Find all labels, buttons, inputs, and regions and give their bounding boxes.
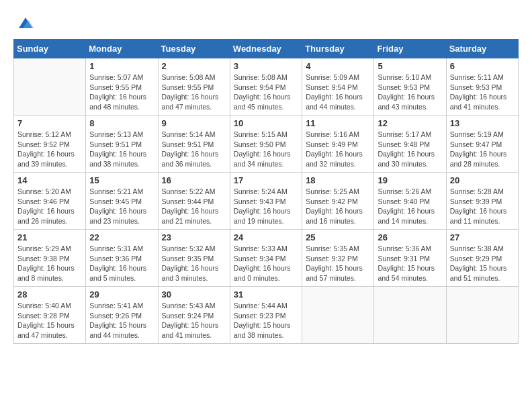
calendar-cell: 14Sunrise: 5:20 AM Sunset: 9:46 PM Dayli… [14,173,86,230]
calendar-cell: 3Sunrise: 5:08 AM Sunset: 9:54 PM Daylig… [230,58,302,116]
calendar-cell: 10Sunrise: 5:15 AM Sunset: 9:50 PM Dayli… [230,116,302,173]
day-number: 13 [450,118,515,128]
day-info: Sunrise: 5:15 AM Sunset: 9:50 PM Dayligh… [234,130,298,169]
calendar-cell: 30Sunrise: 5:43 AM Sunset: 9:24 PM Dayli… [158,287,230,344]
col-header-sunday: Sunday [14,40,86,58]
calendar-cell [302,287,374,344]
week-row-4: 21Sunrise: 5:29 AM Sunset: 9:38 PM Dayli… [14,230,519,287]
calendar-cell: 26Sunrise: 5:36 AM Sunset: 9:31 PM Dayli… [374,230,446,287]
day-number: 19 [378,175,442,185]
calendar-cell: 7Sunrise: 5:12 AM Sunset: 9:52 PM Daylig… [14,116,86,173]
day-number: 21 [17,232,82,242]
calendar-cell: 16Sunrise: 5:22 AM Sunset: 9:44 PM Dayli… [158,173,230,230]
day-info: Sunrise: 5:14 AM Sunset: 9:51 PM Dayligh… [162,130,226,169]
day-number: 1 [89,61,154,71]
calendar-cell: 24Sunrise: 5:33 AM Sunset: 9:34 PM Dayli… [230,230,302,287]
calendar-cell: 22Sunrise: 5:31 AM Sunset: 9:36 PM Dayli… [86,230,158,287]
week-row-2: 7Sunrise: 5:12 AM Sunset: 9:52 PM Daylig… [14,116,519,173]
day-number: 24 [234,232,298,242]
calendar-cell: 1Sunrise: 5:07 AM Sunset: 9:55 PM Daylig… [86,58,158,116]
calendar-cell [446,287,518,344]
day-info: Sunrise: 5:21 AM Sunset: 9:45 PM Dayligh… [89,187,154,226]
calendar-table: SundayMondayTuesdayWednesdayThursdayFrid… [13,39,519,344]
day-info: Sunrise: 5:12 AM Sunset: 9:52 PM Dayligh… [17,130,82,169]
day-info: Sunrise: 5:29 AM Sunset: 9:38 PM Dayligh… [17,244,82,283]
day-info: Sunrise: 5:32 AM Sunset: 9:35 PM Dayligh… [162,244,226,283]
calendar-cell: 8Sunrise: 5:13 AM Sunset: 9:51 PM Daylig… [86,116,158,173]
calendar-cell: 20Sunrise: 5:28 AM Sunset: 9:39 PM Dayli… [446,173,518,230]
calendar-cell: 17Sunrise: 5:24 AM Sunset: 9:43 PM Dayli… [230,173,302,230]
day-number: 6 [450,61,515,71]
day-number: 2 [162,61,226,71]
day-info: Sunrise: 5:25 AM Sunset: 9:42 PM Dayligh… [306,187,370,226]
header-row: SundayMondayTuesdayWednesdayThursdayFrid… [14,40,519,58]
calendar-cell: 18Sunrise: 5:25 AM Sunset: 9:42 PM Dayli… [302,173,374,230]
calendar-cell: 25Sunrise: 5:35 AM Sunset: 9:32 PM Dayli… [302,230,374,287]
calendar-cell: 2Sunrise: 5:08 AM Sunset: 9:55 PM Daylig… [158,58,230,116]
calendar-cell: 4Sunrise: 5:09 AM Sunset: 9:54 PM Daylig… [302,58,374,116]
day-number: 29 [89,289,154,300]
calendar-cell: 27Sunrise: 5:38 AM Sunset: 9:29 PM Dayli… [446,230,518,287]
week-row-3: 14Sunrise: 5:20 AM Sunset: 9:46 PM Dayli… [14,173,519,230]
day-number: 3 [234,61,298,71]
calendar-cell: 21Sunrise: 5:29 AM Sunset: 9:38 PM Dayli… [14,230,86,287]
day-number: 26 [378,232,442,242]
day-info: Sunrise: 5:20 AM Sunset: 9:46 PM Dayligh… [17,187,82,226]
day-info: Sunrise: 5:28 AM Sunset: 9:39 PM Dayligh… [450,187,515,226]
col-header-friday: Friday [374,40,446,58]
day-number: 10 [234,118,298,128]
calendar-cell: 28Sunrise: 5:40 AM Sunset: 9:28 PM Dayli… [14,287,86,344]
calendar-cell: 31Sunrise: 5:44 AM Sunset: 9:23 PM Dayli… [230,287,302,344]
calendar-cell: 6Sunrise: 5:11 AM Sunset: 9:53 PM Daylig… [446,58,518,116]
col-header-wednesday: Wednesday [230,40,302,58]
day-info: Sunrise: 5:07 AM Sunset: 9:55 PM Dayligh… [89,73,154,112]
logo [13,13,35,32]
day-number: 8 [89,118,154,128]
day-info: Sunrise: 5:38 AM Sunset: 9:29 PM Dayligh… [450,244,515,283]
week-row-1: 1Sunrise: 5:07 AM Sunset: 9:55 PM Daylig… [14,58,519,116]
day-number: 17 [234,175,298,185]
day-info: Sunrise: 5:08 AM Sunset: 9:55 PM Dayligh… [162,73,226,112]
calendar-cell: 13Sunrise: 5:19 AM Sunset: 9:47 PM Dayli… [446,116,518,173]
day-info: Sunrise: 5:09 AM Sunset: 9:54 PM Dayligh… [306,73,370,112]
calendar-cell: 9Sunrise: 5:14 AM Sunset: 9:51 PM Daylig… [158,116,230,173]
day-number: 7 [17,118,82,128]
calendar-cell: 19Sunrise: 5:26 AM Sunset: 9:40 PM Dayli… [374,173,446,230]
day-info: Sunrise: 5:24 AM Sunset: 9:43 PM Dayligh… [234,187,298,226]
logo-icon [16,13,35,32]
day-info: Sunrise: 5:31 AM Sunset: 9:36 PM Dayligh… [89,244,154,283]
col-header-monday: Monday [86,40,158,58]
day-info: Sunrise: 5:26 AM Sunset: 9:40 PM Dayligh… [378,187,442,226]
day-number: 5 [378,61,442,71]
day-info: Sunrise: 5:16 AM Sunset: 9:49 PM Dayligh… [306,130,370,169]
day-info: Sunrise: 5:40 AM Sunset: 9:28 PM Dayligh… [17,301,82,340]
day-info: Sunrise: 5:43 AM Sunset: 9:24 PM Dayligh… [162,301,226,340]
calendar-cell: 23Sunrise: 5:32 AM Sunset: 9:35 PM Dayli… [158,230,230,287]
day-number: 11 [306,118,370,128]
day-info: Sunrise: 5:17 AM Sunset: 9:48 PM Dayligh… [378,130,442,169]
day-number: 30 [162,289,226,300]
week-row-5: 28Sunrise: 5:40 AM Sunset: 9:28 PM Dayli… [14,287,519,344]
day-number: 4 [306,61,370,71]
day-info: Sunrise: 5:11 AM Sunset: 9:53 PM Dayligh… [450,73,515,112]
day-info: Sunrise: 5:41 AM Sunset: 9:26 PM Dayligh… [89,301,154,340]
calendar-cell [374,287,446,344]
col-header-saturday: Saturday [446,40,518,58]
day-info: Sunrise: 5:22 AM Sunset: 9:44 PM Dayligh… [162,187,226,226]
col-header-thursday: Thursday [302,40,374,58]
calendar-cell: 15Sunrise: 5:21 AM Sunset: 9:45 PM Dayli… [86,173,158,230]
day-info: Sunrise: 5:44 AM Sunset: 9:23 PM Dayligh… [234,301,298,340]
day-number: 20 [450,175,515,185]
day-number: 27 [450,232,515,242]
day-info: Sunrise: 5:33 AM Sunset: 9:34 PM Dayligh… [234,244,298,283]
calendar-cell: 29Sunrise: 5:41 AM Sunset: 9:26 PM Dayli… [86,287,158,344]
day-number: 22 [89,232,154,242]
day-number: 25 [306,232,370,242]
calendar-cell: 11Sunrise: 5:16 AM Sunset: 9:49 PM Dayli… [302,116,374,173]
day-info: Sunrise: 5:36 AM Sunset: 9:31 PM Dayligh… [378,244,442,283]
day-info: Sunrise: 5:35 AM Sunset: 9:32 PM Dayligh… [306,244,370,283]
day-number: 31 [234,289,298,300]
day-number: 12 [378,118,442,128]
day-info: Sunrise: 5:13 AM Sunset: 9:51 PM Dayligh… [89,130,154,169]
page-header [13,13,519,32]
